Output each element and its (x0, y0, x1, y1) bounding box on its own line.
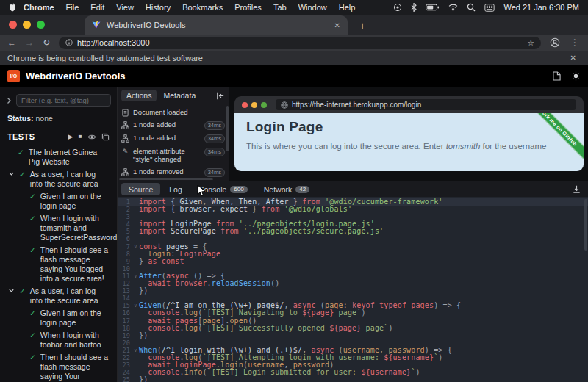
login-page-preview: Fork me on GitHub Login Page This is whe… (234, 113, 584, 171)
report-file-icon[interactable] (553, 71, 561, 81)
test-tree-item[interactable]: ✓Given I am on the login page (0, 309, 117, 328)
action-event-row[interactable]: 1 node added34ms (118, 118, 229, 131)
chevron-down-icon[interactable] (8, 170, 15, 189)
code-line-12[interactable]: 12 await browser.reloadSession() (118, 280, 588, 287)
menu-view[interactable]: View (110, 3, 140, 12)
code-line-19[interactable]: 19}) (118, 332, 588, 339)
window-minimize-button[interactable] (23, 21, 31, 29)
event-duration-badge: 34ms (204, 121, 225, 130)
address-bar[interactable]: http://localhost:3000 ☆ (59, 37, 541, 49)
code-text: }) (139, 287, 148, 295)
window-close-button[interactable] (9, 21, 17, 29)
tests-sidebar: Status: none TESTS ▶ ■ ✓The Internet Gui… (0, 87, 118, 382)
code-line-2[interactable]: 2import { browser, expect } from '@wdio/… (118, 206, 588, 213)
stop-tests-icon[interactable]: ■ (79, 134, 82, 140)
tab-metadata[interactable]: Metadata (158, 90, 201, 101)
sidebar-collapse-chevron-icon[interactable] (6, 97, 12, 104)
line-number: 13 (118, 287, 132, 295)
bookmark-star-icon[interactable]: ☆ (527, 38, 534, 48)
screen: ChromeFileEditViewHistoryBookmarksProfil… (0, 0, 588, 382)
menu-chrome[interactable]: Chrome (18, 3, 60, 12)
screen-record-icon[interactable] (393, 3, 402, 12)
test-title: Then I should see a flash message saying… (40, 245, 114, 284)
site-info-icon[interactable] (65, 39, 73, 46)
menu-file[interactable]: File (60, 3, 85, 12)
apple-menu-icon[interactable] (9, 3, 16, 12)
input-switcher-icon[interactable] (484, 4, 495, 12)
check-icon: ✓ (19, 286, 26, 306)
watch-eye-icon[interactable] (87, 134, 96, 140)
test-tree-item[interactable]: ✓When I login with tomsmith and SuperSec… (0, 214, 117, 242)
download-icon[interactable] (572, 184, 584, 194)
forward-icon[interactable]: → (25, 38, 34, 47)
new-tab-button[interactable]: + (359, 21, 365, 31)
banner-close-icon[interactable]: ✕ (570, 54, 581, 62)
window-zoom-button[interactable] (37, 21, 45, 29)
menu-profiles[interactable]: Profiles (229, 3, 268, 12)
editor-scrollbar[interactable] (584, 199, 587, 251)
code-text: } as const (139, 258, 184, 265)
code-line-24[interactable]: 24 console.info(`[TEST] Login submitted … (118, 369, 588, 376)
menu-window[interactable]: Window (293, 3, 333, 12)
event-label: 1 node added (133, 120, 201, 129)
menu-edit[interactable]: Edit (85, 3, 110, 12)
test-title: As a user, I can log into the secure are… (30, 170, 104, 189)
fold-chevron-icon[interactable]: ∨ (132, 243, 139, 251)
browser-preview-area: https://the-internet.herokuapp.com/login… (229, 87, 588, 181)
browser-menu-icon[interactable]: ⋮ (569, 37, 581, 48)
line-number: 7 (118, 243, 132, 251)
menubar-clock[interactable]: Wed 21 Jan 6:30 PM (503, 3, 579, 12)
code-line-18[interactable]: 18 console.log(`[TEST] Successfully open… (118, 325, 588, 332)
chevron-down-icon[interactable] (8, 287, 15, 306)
fold-chevron-icon[interactable]: ∨ (132, 302, 139, 309)
action-event-row[interactable]: Document loaded (118, 106, 229, 118)
line-number: 8 (118, 251, 132, 258)
editor-tab-bar: SourceLogConsole600Network42 (118, 181, 588, 197)
browser-tab[interactable]: WebdriverIO Devtools ✕ (85, 15, 348, 35)
fold-gutter (132, 280, 139, 287)
fold-chevron-icon[interactable]: ∨ (132, 273, 139, 280)
search-icon[interactable] (467, 3, 476, 12)
action-event-row[interactable]: 1 node added34ms (118, 131, 229, 145)
profile-icon[interactable] (550, 37, 560, 48)
bluetooth-icon[interactable] (411, 3, 417, 12)
content-area: Actions Metadata Document loaded1 node a… (118, 87, 588, 382)
battery-icon[interactable] (426, 4, 440, 11)
code-line-25[interactable]: 25}) (118, 376, 588, 382)
reload-icon[interactable]: ↻ (43, 38, 50, 47)
fold-chevron-icon[interactable]: ∨ (132, 347, 139, 354)
test-tree-item[interactable]: ✓As a user, I can log into the secure ar… (0, 286, 117, 306)
filter-input[interactable] (16, 94, 111, 107)
run-tests-play-icon[interactable]: ▶ (68, 134, 73, 140)
test-tree-item[interactable]: ✓Then I should see a flash message sayin… (0, 245, 117, 284)
copy-icon[interactable] (101, 133, 110, 141)
test-tree-item[interactable]: ✓When I login with foobar and barfoo (0, 331, 117, 350)
code-line-9[interactable]: 9} as const (118, 258, 588, 265)
action-event-row[interactable]: 1 node removed34ms (118, 165, 229, 178)
menu-bookmarks[interactable]: Bookmarks (176, 3, 229, 12)
editor-tab-log[interactable]: Log (162, 183, 190, 195)
test-tree-item[interactable]: ✓Then I should see a flash message sayin… (0, 353, 117, 382)
test-tree-item[interactable]: ✓Given I am on the login page (0, 192, 117, 211)
tab-actions[interactable]: Actions (121, 90, 157, 101)
vertical-scrollbar[interactable] (226, 106, 229, 151)
back-icon[interactable]: ← (7, 38, 16, 47)
editor-tab-network[interactable]: Network42 (257, 183, 317, 195)
action-event-row[interactable]: ✎element attribute "style" changed34ms (118, 145, 229, 165)
editor-tab-source[interactable]: Source (121, 183, 160, 195)
theme-toggle-sun-icon[interactable] (571, 71, 581, 81)
test-tree-item[interactable]: ✓As a user, I can log into the secure ar… (0, 170, 117, 189)
horizontal-scrollbar[interactable] (119, 178, 213, 180)
collapse-panel-icon[interactable] (215, 91, 225, 101)
tab-close-icon[interactable]: ✕ (334, 21, 340, 29)
test-tree-item[interactable]: ✓The Internet Guinea Pig Website (0, 148, 117, 167)
menu-history[interactable]: History (140, 3, 176, 12)
code-editor[interactable]: 1import { Given, When, Then, After } fro… (118, 197, 588, 382)
document-icon (121, 109, 129, 117)
wifi-icon[interactable] (448, 4, 458, 11)
code-line-8[interactable]: 8 login: LoginPage (118, 251, 588, 258)
code-line-13[interactable]: 13}) (118, 287, 588, 295)
code-line-5[interactable]: 5import SecurePage from '../pageobjects/… (118, 228, 588, 235)
menu-tab[interactable]: Tab (268, 3, 293, 12)
menu-help[interactable]: Help (333, 3, 362, 12)
